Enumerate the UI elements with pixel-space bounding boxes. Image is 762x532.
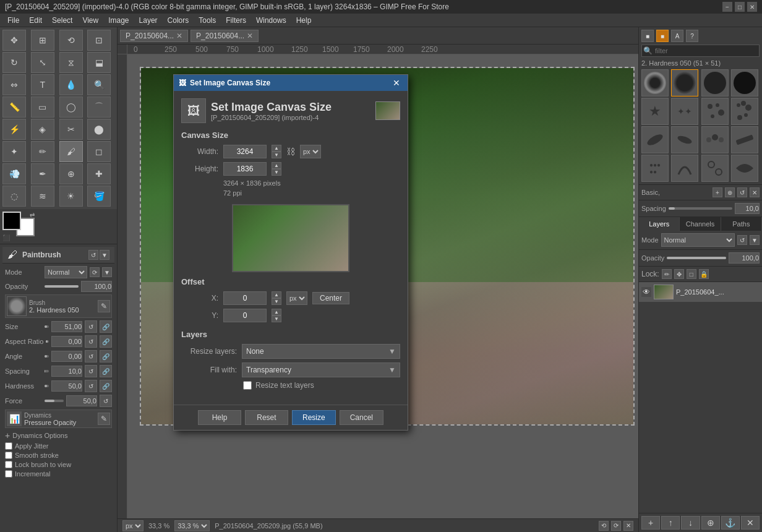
size-link[interactable]: 🔗 — [100, 320, 112, 333]
aspect-reset[interactable]: ↺ — [85, 335, 97, 348]
tab-channels[interactable]: Channels — [680, 217, 721, 231]
incremental-checkbox[interactable] — [5, 470, 12, 478]
tool-measure[interactable]: 📏 — [2, 97, 26, 118]
tool-airbrush[interactable]: 💨 — [2, 163, 26, 184]
menu-help[interactable]: Help — [291, 15, 317, 26]
brush-item-4[interactable] — [731, 69, 758, 97]
spacing-link[interactable]: 🔗 — [100, 365, 112, 377]
tool-blur[interactable]: ◌ — [2, 186, 26, 207]
layer-raise-btn[interactable]: ↑ — [661, 516, 680, 530]
tool-transform[interactable]: ⟲ — [59, 30, 83, 51]
canvas-size-dialog[interactable]: 🖼 Set Image Canvas Size ✕ 🖼 Set Image Ca… — [173, 74, 408, 431]
height-spin-up[interactable]: ▲ — [272, 162, 281, 169]
tool-crop[interactable]: ⊡ — [87, 30, 111, 51]
y-spin-down[interactable]: ▼ — [272, 315, 281, 322]
tool-eraser[interactable]: ◻ — [87, 141, 111, 162]
dialog-close-button[interactable]: ✕ — [390, 77, 403, 89]
layer-visibility-eye[interactable]: 👁 — [641, 287, 651, 297]
tool-rect-select[interactable]: ▭ — [31, 97, 54, 118]
brush-action-dup[interactable]: ⊕ — [725, 187, 735, 197]
brush-item-1[interactable] — [641, 69, 669, 97]
maximize-button[interactable]: □ — [735, 2, 745, 12]
x-unit-select[interactable]: px — [286, 291, 307, 305]
brush-item-7[interactable] — [701, 98, 729, 125]
layer-list-item[interactable]: 👁 P_20150604_... — [639, 282, 762, 302]
dynamics-edit-button[interactable]: ✎ — [98, 413, 110, 425]
menu-view[interactable]: View — [77, 15, 103, 26]
brush-action-refresh[interactable]: ↺ — [737, 187, 747, 197]
width-input[interactable]: 3264 — [223, 145, 267, 158]
angle-reset[interactable]: ↺ — [85, 350, 97, 363]
menu-edit[interactable]: Edit — [24, 15, 47, 26]
spacing-slider[interactable] — [45, 370, 49, 372]
hardness-slider[interactable] — [45, 385, 49, 387]
tool-fuzzy-select[interactable]: ⚡ — [2, 119, 26, 140]
tool-foreground-select[interactable]: ⬤ — [87, 119, 111, 140]
layer-anchor-btn[interactable]: ⚓ — [721, 516, 740, 530]
brush-item-2[interactable] — [671, 69, 698, 97]
x-input[interactable]: 0 — [223, 291, 267, 305]
x-spin-up[interactable]: ▲ — [272, 291, 281, 298]
hardness-link[interactable]: 🔗 — [100, 380, 112, 392]
spacing-input[interactable]: 10,0 — [51, 366, 82, 377]
force-input[interactable]: 50,0 — [66, 395, 97, 406]
size-slider[interactable] — [45, 325, 49, 328]
width-spin-up[interactable]: ▲ — [272, 145, 281, 152]
brush-item-13[interactable]: ●●●●● — [641, 155, 669, 182]
brush-item-10[interactable] — [671, 126, 698, 153]
brush-item-9[interactable] — [641, 126, 669, 153]
fill-with-select[interactable]: Transparency ▼ — [242, 363, 400, 377]
brush-item-8[interactable] — [731, 98, 758, 125]
layer-new-btn[interactable]: + — [641, 516, 660, 530]
spacing-reset[interactable]: ↺ — [85, 365, 97, 377]
help-button[interactable]: Help — [198, 410, 241, 425]
menu-file[interactable]: File — [2, 15, 24, 26]
brush-action-delete[interactable]: ✕ — [750, 187, 760, 197]
brush-panel-icon4[interactable]: ? — [686, 30, 698, 42]
layers-mode-select[interactable]: Normal — [661, 233, 735, 247]
brush-spacing-input[interactable]: 10,0 — [735, 203, 760, 214]
aspect-link[interactable]: 🔗 — [100, 335, 112, 348]
reset-button[interactable]: Reset — [245, 410, 288, 425]
tool-paintbucket[interactable]: 🪣 — [87, 186, 111, 207]
wh-link-icon[interactable]: ⛓ — [286, 147, 295, 157]
mode-menu-btn[interactable]: ▼ — [102, 267, 112, 277]
lock-alpha-btn[interactable]: □ — [687, 269, 696, 279]
brush-item-16[interactable] — [731, 155, 758, 182]
opacity-input[interactable]: 100,0 — [81, 281, 112, 292]
height-spin-down[interactable]: ▼ — [272, 169, 281, 176]
tool-dodge[interactable]: ☀ — [59, 186, 83, 207]
lock-pixels-btn[interactable]: ✏ — [662, 269, 672, 279]
tool-rotate[interactable]: ↻ — [2, 52, 26, 73]
brush-filter-input[interactable] — [655, 47, 758, 54]
tab-layers[interactable]: Layers — [639, 217, 680, 231]
brush-item-15[interactable] — [701, 155, 729, 182]
brush-item-5[interactable]: ★ — [641, 98, 669, 125]
tool-text[interactable]: T — [31, 74, 54, 95]
tool-options-reset[interactable]: ↺ — [88, 250, 98, 260]
image-tab-1[interactable]: P_20150604... ✕ — [120, 30, 188, 42]
layer-delete-btn[interactable]: ✕ — [741, 516, 760, 530]
statusbar-back-btn[interactable]: ⟲ — [599, 521, 609, 531]
menu-colors[interactable]: Colors — [163, 15, 194, 26]
layers-mode-reset[interactable]: ↺ — [737, 235, 747, 245]
resize-button[interactable]: Resize — [292, 410, 336, 425]
tool-flip[interactable]: ⇔ — [2, 74, 26, 95]
mode-select[interactable]: Normal — [45, 266, 87, 278]
opacity-slider[interactable] — [45, 285, 79, 288]
layers-opacity-input[interactable]: 100,0 — [729, 252, 760, 264]
center-button[interactable]: Center — [312, 292, 349, 304]
brush-item-12[interactable] — [731, 126, 758, 153]
size-reset[interactable]: ↺ — [85, 320, 97, 333]
tool-perspective[interactable]: ⬓ — [87, 52, 111, 73]
hardness-input[interactable]: 50,0 — [51, 380, 82, 392]
close-button[interactable]: ✕ — [747, 2, 757, 12]
zoom-select[interactable]: 33,3 % — [174, 520, 210, 531]
aspect-input[interactable]: 0,00 — [51, 336, 82, 347]
cancel-button[interactable]: Cancel — [340, 410, 383, 425]
x-spin-down[interactable]: ▼ — [272, 298, 281, 305]
resize-layers-select[interactable]: None ▼ — [242, 344, 400, 359]
tool-free-select[interactable]: ⌒ — [87, 97, 111, 118]
lock-all-btn[interactable]: 🔒 — [699, 269, 709, 279]
brush-spacing-slider[interactable] — [669, 207, 732, 210]
